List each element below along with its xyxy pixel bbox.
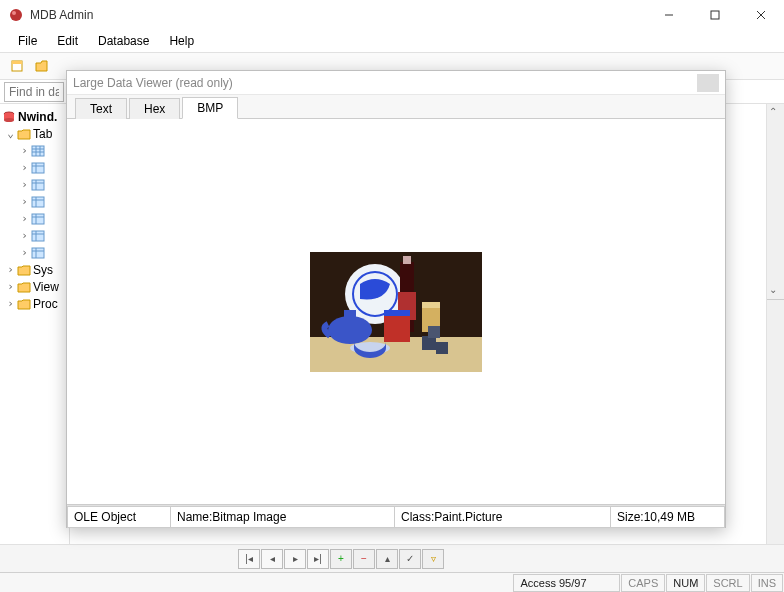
- num-indicator: NUM: [666, 574, 705, 592]
- folder-icon: [17, 264, 31, 276]
- tree-table-item[interactable]: ›: [2, 227, 67, 244]
- nav-delete-button[interactable]: −: [353, 549, 375, 569]
- table-icon: [31, 230, 45, 242]
- nav-first-button[interactable]: |◂: [238, 549, 260, 569]
- menu-edit[interactable]: Edit: [49, 32, 86, 50]
- tree-root[interactable]: Nwind.: [2, 108, 67, 125]
- svg-point-1: [12, 11, 16, 15]
- sys-label: Sys: [33, 263, 53, 277]
- scroll-down-icon[interactable]: ⌄: [769, 284, 777, 295]
- find-input[interactable]: [4, 82, 64, 102]
- nav-next-button[interactable]: ▸: [284, 549, 306, 569]
- viewer-title: Large Data Viewer (read only): [73, 76, 233, 90]
- ins-indicator: INS: [751, 574, 783, 592]
- expand-icon[interactable]: ›: [20, 180, 29, 189]
- large-data-viewer-window: Large Data Viewer (read only) Text Hex B…: [66, 70, 726, 528]
- table-icon: [31, 196, 45, 208]
- expand-icon[interactable]: ›: [20, 197, 29, 206]
- record-navigator: |◂ ◂ ▸ ▸| + − ▴ ✓ ▿: [0, 544, 784, 572]
- folder-icon: [17, 128, 31, 140]
- tree-table-item[interactable]: ›: [2, 210, 67, 227]
- nav-filter-button[interactable]: ▿: [422, 549, 444, 569]
- tree-procs-group[interactable]: ›Proc: [2, 295, 67, 312]
- close-button[interactable]: [738, 0, 784, 30]
- svg-rect-48: [422, 336, 436, 350]
- nav-edit-button[interactable]: ▴: [376, 549, 398, 569]
- viewer-close-button[interactable]: [697, 74, 719, 92]
- tree-tables-group[interactable]: ⌄ Tab: [2, 125, 67, 142]
- expand-icon[interactable]: ›: [20, 146, 29, 155]
- svg-rect-25: [32, 214, 44, 224]
- menu-database[interactable]: Database: [90, 32, 157, 50]
- expand-icon[interactable]: ›: [20, 163, 29, 172]
- tables-label: Tab: [33, 127, 52, 141]
- expand-icon[interactable]: ›: [6, 299, 15, 308]
- minimize-button[interactable]: [646, 0, 692, 30]
- tree-table-item[interactable]: ›: [2, 159, 67, 176]
- scrl-indicator: SCRL: [706, 574, 749, 592]
- svg-rect-31: [32, 248, 44, 258]
- table-icon: [31, 162, 45, 174]
- expand-icon[interactable]: ›: [20, 248, 29, 257]
- views-label: View: [33, 280, 59, 294]
- status-name: Name: Bitmap Image: [171, 506, 395, 528]
- svg-point-10: [4, 118, 14, 122]
- expand-icon[interactable]: ›: [20, 231, 29, 240]
- nav-prev-button[interactable]: ◂: [261, 549, 283, 569]
- new-db-icon[interactable]: [8, 56, 28, 76]
- svg-rect-11: [32, 146, 44, 156]
- status-type: OLE Object: [67, 506, 171, 528]
- root-label: Nwind.: [18, 110, 57, 124]
- viewer-tabs: Text Hex BMP: [67, 95, 725, 119]
- svg-rect-16: [32, 163, 44, 173]
- collapse-icon[interactable]: ⌄: [6, 129, 15, 138]
- tree-table-item[interactable]: ›: [2, 176, 67, 193]
- tree-sys-group[interactable]: ›Sys: [2, 261, 67, 278]
- app-icon: [8, 7, 24, 23]
- svg-rect-49: [436, 342, 448, 354]
- table-icon: [31, 179, 45, 191]
- folder-icon: [17, 281, 31, 293]
- maximize-button[interactable]: [692, 0, 738, 30]
- viewer-statusbar: OLE Object Name: Bitmap Image Class: Pai…: [67, 505, 725, 527]
- folder-icon: [17, 298, 31, 310]
- tree-panel: Nwind. ⌄ Tab › › › › › › › ›Sys ›View ›P…: [0, 104, 70, 544]
- expand-icon[interactable]: ›: [6, 265, 15, 274]
- tab-text[interactable]: Text: [75, 98, 127, 119]
- viewer-titlebar[interactable]: Large Data Viewer (read only): [67, 71, 725, 95]
- svg-rect-46: [344, 310, 356, 318]
- scroll-up-icon[interactable]: ⌃: [769, 106, 777, 117]
- menubar: File Edit Database Help: [0, 30, 784, 52]
- titlebar: MDB Admin: [0, 0, 784, 30]
- expand-icon[interactable]: ›: [20, 214, 29, 223]
- expand-icon[interactable]: ›: [6, 282, 15, 291]
- right-scrollbar[interactable]: ⌃ ⌄: [766, 104, 784, 544]
- nav-add-button[interactable]: +: [330, 549, 352, 569]
- menu-help[interactable]: Help: [161, 32, 202, 50]
- tree-table-item[interactable]: ›: [2, 142, 67, 159]
- procs-label: Proc: [33, 297, 58, 311]
- svg-rect-7: [12, 61, 22, 64]
- svg-point-0: [10, 9, 22, 21]
- svg-rect-44: [422, 302, 440, 308]
- nav-last-button[interactable]: ▸|: [307, 549, 329, 569]
- table-icon: [31, 145, 45, 157]
- nav-post-button[interactable]: ✓: [399, 549, 421, 569]
- tab-bmp[interactable]: BMP: [182, 97, 238, 119]
- svg-rect-42: [384, 310, 410, 316]
- engine-cell: Access 95/97: [513, 574, 620, 592]
- menu-file[interactable]: File: [10, 32, 45, 50]
- tree-table-item[interactable]: ›: [2, 193, 67, 210]
- status-size: Size: 10,49 MB: [611, 506, 725, 528]
- table-icon: [31, 213, 45, 225]
- caps-indicator: CAPS: [621, 574, 665, 592]
- db-icon: [2, 111, 16, 123]
- svg-rect-39: [403, 256, 411, 264]
- tab-hex[interactable]: Hex: [129, 98, 180, 119]
- svg-rect-28: [32, 231, 44, 241]
- statusbar: Access 95/97 CAPS NUM SCRL INS: [0, 572, 784, 592]
- tree-table-item[interactable]: ›: [2, 244, 67, 261]
- app-title: MDB Admin: [30, 8, 646, 22]
- open-db-icon[interactable]: [32, 56, 52, 76]
- tree-views-group[interactable]: ›View: [2, 278, 67, 295]
